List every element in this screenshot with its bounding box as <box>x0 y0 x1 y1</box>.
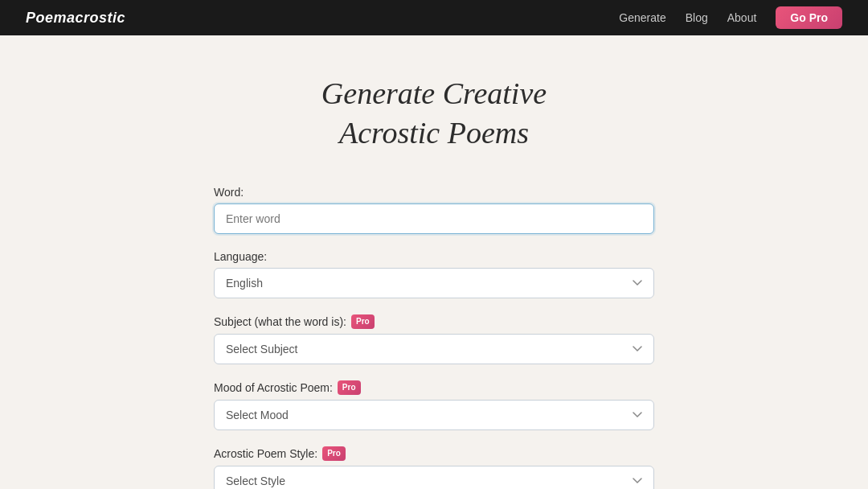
style-field-group: Acrostic Poem Style: Pro Select Style <box>214 446 654 489</box>
mood-label: Mood of Acrostic Poem: Pro <box>214 380 654 395</box>
word-input-wrapper <box>214 203 654 234</box>
mood-field-group: Mood of Acrostic Poem: Pro Select Mood <box>214 380 654 430</box>
subject-field-group: Subject (what the word is): Pro Select S… <box>214 314 654 364</box>
navbar: Poemacrostic Generate Blog About Go Pro <box>0 0 868 35</box>
main-content: Generate Creative Acrostic Poems Word: L… <box>0 35 868 489</box>
word-label: Word: <box>214 186 654 199</box>
nav-blog[interactable]: Blog <box>686 11 708 24</box>
nav-generate[interactable]: Generate <box>619 11 665 24</box>
page-title: Generate Creative Acrostic Poems <box>321 74 547 154</box>
page-title-block: Generate Creative Acrostic Poems <box>321 74 547 154</box>
nav-about[interactable]: About <box>727 11 757 24</box>
style-select[interactable]: Select Style <box>214 466 654 489</box>
site-logo: Poemacrostic <box>26 10 125 27</box>
language-select[interactable]: English Spanish French German Italian <box>214 268 654 298</box>
mood-pro-badge: Pro <box>338 380 361 395</box>
language-field-group: Language: English Spanish French German … <box>214 250 654 298</box>
word-field-group: Word: <box>214 186 654 234</box>
style-label: Acrostic Poem Style: Pro <box>214 446 654 461</box>
language-label: Language: <box>214 250 654 263</box>
style-pro-badge: Pro <box>322 446 346 461</box>
word-input[interactable] <box>214 203 654 234</box>
poem-form: Word: Language: English Spanish French G… <box>214 186 654 489</box>
nav-links: Generate Blog About Go Pro <box>619 6 842 29</box>
subject-label: Subject (what the word is): Pro <box>214 314 654 329</box>
subject-pro-badge: Pro <box>351 314 375 329</box>
mood-select[interactable]: Select Mood <box>214 400 654 430</box>
subject-select[interactable]: Select Subject <box>214 334 654 364</box>
go-pro-button[interactable]: Go Pro <box>776 6 842 29</box>
